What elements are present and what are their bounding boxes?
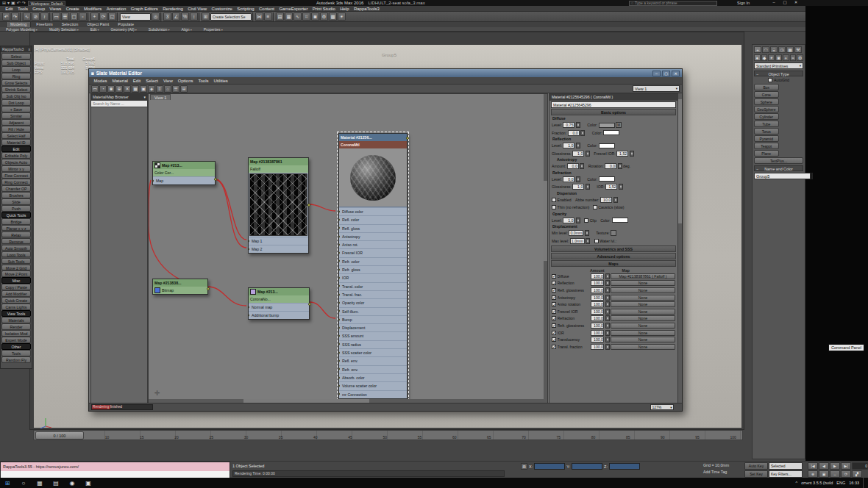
map-amount-field[interactable]: 100,0 — [591, 295, 604, 301]
menu-item[interactable]: Graph Editors — [129, 7, 160, 11]
opacity-level-field[interactable]: 1,0 — [563, 218, 574, 223]
assign-material-to-selection-icon[interactable]: ⊕ — [115, 85, 123, 93]
ribbon-panel[interactable]: Polygon Modeling — [6, 27, 38, 32]
primitive-button[interactable]: TextPlus... — [754, 157, 803, 164]
map-amount-field[interactable]: 100,0 — [591, 309, 604, 315]
node-slot[interactable]: Anisotropy — [339, 232, 407, 240]
close-icon[interactable]: x — [29, 46, 31, 52]
put-to-library-icon[interactable]: ◙ — [107, 85, 115, 93]
show-map-in-viewport-icon[interactable]: ▣ — [140, 85, 147, 93]
diffuse-level-field[interactable]: 0,75 — [563, 122, 574, 128]
node-slot[interactable]: Transl. frac. — [339, 290, 407, 298]
rappatools-button[interactable]: Materials — [1, 317, 31, 323]
qat-menu-icon[interactable]: ▾ — [7, 1, 10, 6]
spinner[interactable] — [613, 197, 618, 203]
primitive-button[interactable]: Plane — [754, 150, 779, 157]
refraction-color-swatch[interactable] — [599, 176, 615, 182]
anisotropy-amount-field[interactable]: 0,0 — [567, 163, 579, 169]
map-slot-button[interactable]: None — [611, 330, 675, 336]
node-slot[interactable]: Normal map — [249, 303, 309, 311]
key-filters-button[interactable]: Key Filters... — [769, 470, 803, 478]
primitive-button[interactable]: Sphere — [754, 98, 779, 105]
spinner[interactable] — [605, 287, 610, 293]
node-slot[interactable]: SSS scatter color — [339, 348, 407, 356]
spinner[interactable] — [605, 301, 610, 307]
fresnel-ior-field[interactable]: 1,52 — [616, 151, 628, 157]
motion-tab-icon[interactable]: ◷ — [778, 46, 786, 53]
object-name-field[interactable] — [754, 173, 811, 179]
app-icon-2[interactable]: ▣ — [82, 480, 94, 487]
time-slider[interactable]: 0 / 100 — [35, 431, 84, 439]
toolbar-separator[interactable] — [252, 12, 255, 21]
spinner[interactable] — [618, 163, 622, 169]
undo-icon[interactable]: ↶ — [2, 12, 10, 21]
map-slot-button[interactable]: None — [611, 295, 675, 301]
map-amount-field[interactable]: 100,0 — [591, 330, 604, 336]
node-slot[interactable]: Refr. gloss — [339, 265, 407, 273]
map-slot-button[interactable]: None — [611, 287, 675, 293]
key-mode-combo[interactable]: Selected — [769, 462, 803, 470]
node-slot[interactable]: Refl. color — [339, 215, 407, 223]
create-tab-icon[interactable]: + — [754, 46, 761, 53]
toolbar-separator[interactable] — [20, 12, 22, 21]
output-socket[interactable] — [307, 204, 310, 207]
input-socket[interactable] — [339, 276, 340, 279]
redo-icon[interactable]: ↷ — [11, 12, 19, 21]
object-type-rollout[interactable]: −Object Type — [754, 71, 803, 76]
named-selection-set-combo[interactable]: Create Selection Se — [210, 13, 252, 21]
material-name-field[interactable] — [551, 101, 676, 108]
map-amount-field[interactable]: 100,0 — [591, 301, 604, 307]
rappatools-button[interactable]: Move 2 Grid — [1, 265, 31, 271]
menu-item[interactable]: Civil View — [185, 7, 209, 11]
translucency-fraction-field[interactable]: 0,0 — [568, 130, 580, 136]
node-slot[interactable]: Refl. gloss — [339, 224, 407, 232]
node-slot[interactable]: Map 1 — [249, 237, 308, 245]
modify-tab-icon[interactable]: ◠ — [762, 46, 769, 53]
rappatools-button[interactable]: Quick Create — [1, 297, 31, 304]
output-socket[interactable] — [214, 178, 217, 181]
zoom-control[interactable]: 127%▾ — [650, 404, 674, 410]
save-icon[interactable]: ▣ — [11, 1, 15, 6]
primitive-button[interactable]: GeoSphere — [754, 106, 779, 112]
input-socket[interactable] — [339, 235, 340, 238]
y-coordinate-field[interactable] — [572, 463, 602, 470]
rollout-advanced[interactable]: Advanced options — [551, 253, 676, 259]
reflection-glossiness-field[interactable]: 1,0 — [572, 151, 584, 157]
spinner[interactable] — [576, 218, 580, 223]
rappatools-button[interactable]: Chamfer OP — [1, 185, 31, 192]
selection-lock-icon[interactable]: ⊠ — [521, 463, 527, 470]
node-slot[interactable]: Map — [153, 176, 215, 184]
close-button[interactable]: ✕ — [672, 71, 680, 76]
rappatools-button[interactable]: + Save — [1, 106, 31, 112]
primitive-button[interactable]: Tube — [754, 121, 779, 127]
translucency-color-swatch[interactable] — [603, 130, 619, 135]
input-socket[interactable] — [339, 210, 340, 213]
rappatools-button[interactable]: Dot Loop — [1, 99, 31, 106]
ribbon-panel[interactable]: Properties — [204, 27, 223, 32]
rappatools-button[interactable]: Random Fly — [1, 356, 31, 363]
abbe-number-field[interactable]: 10,0 — [600, 197, 612, 203]
x-coordinate-field[interactable] — [534, 463, 565, 470]
menu-item[interactable]: Animation — [104, 7, 129, 11]
rollout-volumetrics[interactable]: Volumetrics and SSS — [551, 245, 676, 252]
map-enabled-checkbox[interactable] — [552, 316, 556, 320]
rappatools-button[interactable]: Sub Object — [1, 60, 31, 66]
rappatools-button[interactable]: Material ID — [1, 139, 31, 146]
input-socket[interactable] — [339, 309, 340, 312]
slate-menu-item[interactable]: Modes — [91, 79, 110, 83]
maximize-viewport-icon[interactable]: ▞ — [852, 470, 862, 478]
systems-category-icon[interactable]: ⚙ — [797, 54, 803, 61]
zoom-extents-icon[interactable]: ▣ — [819, 470, 829, 478]
diffuse-color-swatch[interactable] — [599, 123, 615, 128]
slate-titlebar[interactable]: ◙ Slate Material Editor – ▢ ✕ — [89, 69, 682, 77]
sign-in-link[interactable]: Sign In — [737, 1, 750, 5]
input-socket[interactable] — [339, 243, 340, 246]
params-scrollbar[interactable] — [678, 93, 682, 403]
app-button[interactable]: ⊞ — [2, 1, 6, 6]
node-slot[interactable]: Refl. env. — [339, 356, 407, 365]
percent-snap-icon[interactable]: % — [181, 12, 189, 21]
select-object-icon[interactable]: ▭ — [52, 12, 60, 21]
add-time-tag[interactable]: Add Time Tag — [703, 470, 729, 474]
input-socket[interactable] — [339, 301, 340, 304]
display-tab-icon[interactable]: ▦ — [786, 46, 794, 53]
